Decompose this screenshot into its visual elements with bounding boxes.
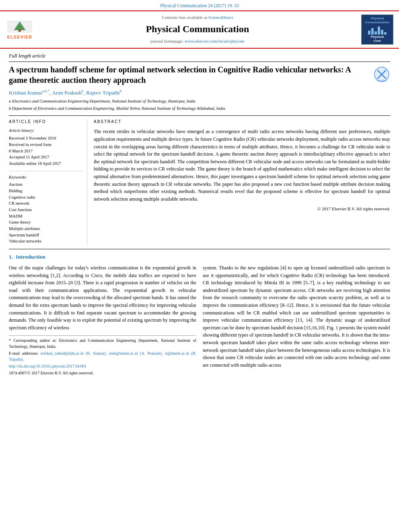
section-1-title: Introduction xyxy=(16,254,45,260)
homepage-label: journal homepage: xyxy=(150,39,183,43)
journal-title: Physical Communication xyxy=(38,23,357,36)
homepage-line: journal homepage: www.elsevier.com/locat… xyxy=(38,38,357,44)
history-accepted: Accepted 11 April 2017 xyxy=(9,154,83,160)
kw-spectrum-handoff: Spectrum handoff xyxy=(9,232,83,238)
keywords-label: Keywords: xyxy=(9,175,83,181)
abstract-text: The recent strides in vehicular networks… xyxy=(94,128,390,203)
elsevier-wordmark: ELSEVIER xyxy=(7,34,32,40)
issn-line: 1874-4907/© 2017 Elsevier B.V. All right… xyxy=(9,370,196,376)
history-received: Received 3 November 2016 xyxy=(9,136,83,142)
abstract-heading: ABSTRACT xyxy=(94,119,390,125)
elsevier-tree-icon xyxy=(6,19,34,34)
section-1-number: 1. xyxy=(9,254,13,260)
homepage-url[interactable]: www.elsevier.com/locate/phycom xyxy=(185,39,245,43)
kw-game-theory: Game theory xyxy=(9,220,83,226)
corresponding-note: * Corresponding author at: Electronics a… xyxy=(9,337,196,349)
kw-cr-network: CR network xyxy=(9,201,83,207)
bar-1 xyxy=(368,31,370,35)
affiliations: a Electronics and Communication Engineer… xyxy=(9,98,390,112)
kw-vehicular-networks: Vehicular networks xyxy=(9,238,83,244)
affiliation-a: a Electronics and Communication Engineer… xyxy=(9,98,390,105)
crossmark-icon: CrossMark xyxy=(374,66,390,82)
kw-bidding: Bidding xyxy=(9,188,83,194)
kw-cost-function: Cost function xyxy=(9,207,83,213)
article-title-section: A spectrum handoff scheme for optimal ne… xyxy=(9,64,390,85)
sciencedirect-link[interactable]: ScienceDirect xyxy=(208,15,233,20)
kw-multiple-attributes: Multiple attributes xyxy=(9,226,83,232)
article-info-heading: ARTICLE INFO xyxy=(9,119,83,125)
keywords-section: Keywords: Auction Bidding Cognitive radi… xyxy=(9,175,83,245)
author-2: Arun Prakash xyxy=(52,89,82,95)
affiliation-b: b Department of Electronics and Communic… xyxy=(9,105,390,112)
abstract-col: ABSTRACT The recent strides in vehicular… xyxy=(94,119,390,245)
bar-6 xyxy=(384,32,387,35)
thumb-graph xyxy=(363,25,391,35)
history-online: Available online 18 April 2017 xyxy=(9,161,83,167)
intro-text-right: system. Thanks to the new regulations [4… xyxy=(203,264,390,369)
contents-line: Contents lists available at ScienceDirec… xyxy=(38,14,357,21)
journal-reference: Physical Communication 24 (2017) 19–33 xyxy=(0,0,399,11)
article-title: A spectrum handoff scheme for optimal ne… xyxy=(9,64,373,85)
thumb-journal-label: PhysicalCom xyxy=(363,35,391,43)
intro-body: One of the major challenges for today's … xyxy=(9,264,390,377)
history-label: Article history: xyxy=(9,128,83,134)
thumb-top-text: PhysicalCommunication xyxy=(363,16,391,24)
main-content: Full length article A spectrum handoff s… xyxy=(0,49,399,381)
journal-center-info: Contents lists available at ScienceDirec… xyxy=(34,14,361,44)
intro-col-left: One of the major challenges for today's … xyxy=(9,264,196,377)
intro-col-right: system. Thanks to the new regulations [4… xyxy=(203,264,390,377)
journal-thumbnail: PhysicalCommunication PhysicalCom xyxy=(361,14,393,45)
footer-notes: * Corresponding author at: Electronics a… xyxy=(9,335,196,376)
author-1: Krishan Kumar xyxy=(9,89,43,95)
article-history: Article history: Received 3 November 201… xyxy=(9,128,83,166)
svg-text:CrossMark: CrossMark xyxy=(377,79,387,82)
bar-5 xyxy=(381,30,383,35)
elsevier-logo: ELSEVIER xyxy=(6,19,34,40)
email-line: E-mail addresses: krishan_rathod@nith.ac… xyxy=(9,350,196,362)
author-3: Rajeev Tripathi xyxy=(86,89,120,95)
section-divider xyxy=(9,249,390,249)
bar-3 xyxy=(374,31,377,35)
author-3-sup: b xyxy=(120,89,122,93)
bar-2 xyxy=(371,28,374,35)
bar-4 xyxy=(378,27,380,35)
journal-header: ELSEVIER Contents lists available at Sci… xyxy=(0,11,399,49)
kw-auction: Auction xyxy=(9,182,83,188)
authors-line: Krishan Kumara,b,*, Arun Prakashb, Rajee… xyxy=(9,88,390,97)
author-1-sup: a,b,* xyxy=(43,89,50,93)
article-type: Full length article xyxy=(9,53,390,62)
intro-text-left: One of the major challenges for today's … xyxy=(9,264,196,331)
kw-madm: MADM xyxy=(9,214,83,220)
email-label: E-mail addresses: xyxy=(9,351,39,355)
article-info-abstract: ARTICLE INFO Article history: Received 3… xyxy=(9,115,390,245)
article-info-col: ARTICLE INFO Article history: Received 3… xyxy=(9,119,87,245)
history-revised-date: 8 March 2017 xyxy=(9,148,83,154)
section-1-heading: 1. Introduction xyxy=(9,253,390,261)
kw-cognitive-radio: Cognitive radio xyxy=(9,195,83,201)
svg-rect-3 xyxy=(19,29,21,32)
crossmark-badge: CrossMark xyxy=(373,66,390,83)
journal-ref-text: Physical Communication 24 (2017) 19–33 xyxy=(160,3,239,8)
doi-line: http://dx.doi.org/10.1016/j.phycom.2017.… xyxy=(9,363,196,369)
author-2-sup: b xyxy=(82,89,84,93)
copyright-notice: © 2017 Elsevier B.V. All rights reserved… xyxy=(94,206,390,212)
history-revised-label: Received in revised form xyxy=(9,142,83,148)
